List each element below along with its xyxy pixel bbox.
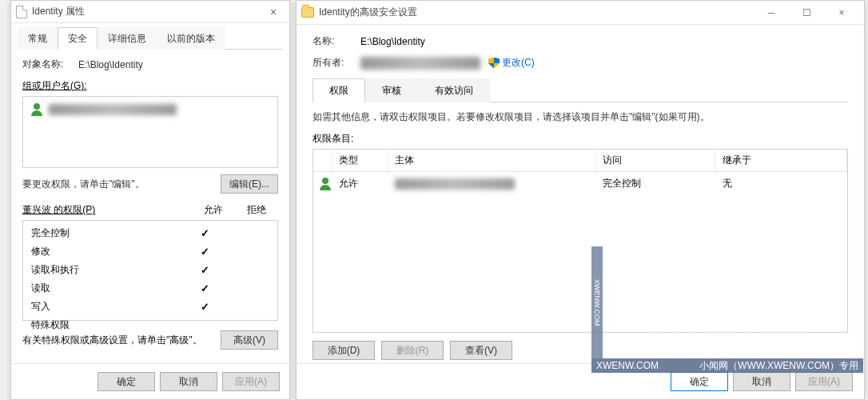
tab-general[interactable]: 常规 [18,27,58,50]
tab-body: 对象名称: E:\Blog\Identity 组或用户名(G): ███████… [11,50,289,364]
minimize-icon[interactable]: ─ [754,2,789,24]
object-name-value: E:\Blog\Identity [78,59,278,70]
col-inherit[interactable]: 继承于 [716,150,847,171]
view-button[interactable]: 查看(V) [450,341,512,360]
apply-button[interactable]: 应用(A) [222,372,280,391]
entries-label: 权限条目: [313,132,848,146]
permissions-table[interactable]: 类型 主体 访问 继承于 允许 ████████████ 完全控制 无 [313,149,848,333]
document-icon [16,6,27,18]
apply-button[interactable]: 应用(A) [795,372,853,391]
action-buttons: 添加(D) 删除(R) 查看(V) [313,341,848,360]
remove-button[interactable]: 删除(R) [381,341,444,360]
maximize-icon[interactable]: ☐ [789,2,824,24]
perm-header-deny: 拒绝 [235,203,278,217]
owner-row: 所有者: ████████████ 更改(C) [313,56,848,70]
folder-icon [301,7,314,18]
advanced-button[interactable]: 高级(V) [221,330,278,350]
perm-row: 读取✓ [26,279,274,298]
group-users-label: 组或用户名(G): [22,79,278,93]
user-icon [320,178,332,190]
check-icon: ✓ [183,246,226,258]
check-icon: ✓ [183,264,226,276]
tab-permissions[interactable]: 权限 [313,78,365,102]
ok-button[interactable]: 确定 [671,372,728,391]
properties-dialog: Identity 属性 × 常规 安全 详细信息 以前的版本 对象名称: E:\… [10,0,290,400]
edit-row: 要更改权限，请单击"编辑"。 编辑(E)... [22,174,278,194]
users-list[interactable]: ████████████ [22,96,278,168]
table-row[interactable]: 允许 ████████████ 完全控制 无 [313,172,847,195]
titlebar[interactable]: Identity 属性 × [11,1,289,23]
content: 名称: E:\Blog\Identity 所有者: ████████████ 更… [297,25,864,397]
object-name-label: 对象名称: [22,58,78,71]
check-icon: ✓ [183,227,226,239]
owner-value: ████████████ [360,57,480,70]
cancel-button[interactable]: 取消 [160,372,217,391]
shield-icon [488,58,500,69]
add-button[interactable]: 添加(D) [313,341,375,360]
user-name: ████████████ [49,104,177,115]
col-type[interactable]: 类型 [332,150,388,171]
name-label: 名称: [313,34,360,48]
col-access[interactable]: 访问 [596,150,716,171]
user-icon [31,103,44,116]
titlebar[interactable]: Identity的高级安全设置 ─ ☐ × [297,1,864,25]
name-row: 名称: E:\Blog\Identity [313,34,848,48]
table-header: 类型 主体 访问 继承于 [313,150,847,172]
tab-strip: 常规 安全 详细信息 以前的版本 [18,26,283,50]
permissions-list: 完全控制✓ 修改✓ 读取和执行✓ 读取✓ 写入✓ 特殊权限 [22,220,278,321]
user-row[interactable]: ████████████ [26,100,274,119]
edit-hint: 要更改权限，请单击"编辑"。 [22,178,145,191]
close-icon[interactable]: × [824,2,859,24]
col-principal[interactable]: 主体 [388,150,596,171]
window-title: Identity 属性 [32,5,262,18]
perm-header-name: 董兴波 的权限(P) [22,203,192,217]
tab-details[interactable]: 详细信息 [98,27,157,50]
perm-row: 写入✓ [26,298,274,316]
perm-header-allow: 允许 [192,203,235,217]
tab-auditing[interactable]: 审核 [365,78,418,102]
tab-previous-versions[interactable]: 以前的版本 [157,27,225,50]
perm-row: 读取和执行✓ [26,261,274,279]
principal-name: ████████████ [395,178,515,190]
dialog-footer: 确定 取消 应用(A) [11,363,289,399]
permissions-header: 董兴波 的权限(P) 允许 拒绝 [22,203,278,217]
tab-effective-access[interactable]: 有效访问 [418,78,490,102]
perm-row: 完全控制✓ [26,224,274,242]
owner-label: 所有者: [313,56,360,70]
ok-button[interactable]: 确定 [98,372,155,391]
window-title: Identity的高级安全设置 [319,6,754,19]
change-owner-link[interactable]: 更改(C) [488,56,535,70]
check-icon: ✓ [183,301,226,313]
dialog-footer: 确定 取消 应用(A) [297,363,864,399]
advanced-hint: 有关特殊权限或高级设置，请单击"高级"。 [22,334,202,347]
perm-row: 修改✓ [26,242,274,261]
cancel-button[interactable]: 取消 [733,372,790,391]
close-icon[interactable]: × [262,6,285,18]
tab-strip: 权限 审核 有效访问 [313,78,848,102]
instruction-text: 如需其他信息，请双击权限项目。若要修改权限项目，请选择该项目并单击"编辑"(如果… [313,110,848,124]
check-icon: ✓ [183,282,226,294]
name-value: E:\Blog\Identity [360,36,425,47]
edit-button[interactable]: 编辑(E)... [221,174,278,194]
tab-security[interactable]: 安全 [58,27,98,50]
object-name-row: 对象名称: E:\Blog\Identity [22,58,278,71]
window-controls: ─ ☐ × [754,2,859,24]
advanced-row: 有关特殊权限或高级设置，请单击"高级"。 高级(V) [22,330,278,350]
advanced-security-dialog: Identity的高级安全设置 ─ ☐ × 名称: E:\Blog\Identi… [296,0,865,400]
